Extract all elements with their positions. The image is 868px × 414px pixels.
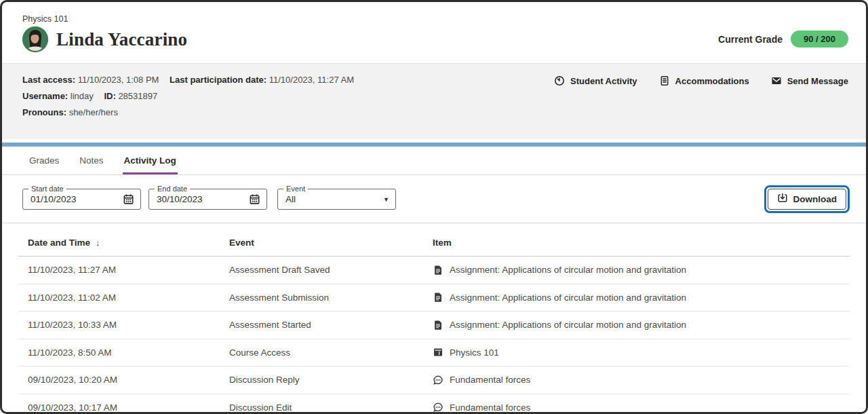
row-datetime: 09/10/2023, 10:17 AM [28, 402, 229, 413]
sort-descending-icon[interactable]: ↓ [96, 238, 100, 248]
username-value: linday [71, 91, 94, 101]
accommodations-label: Accommodations [675, 76, 749, 86]
row-datetime: 09/10/2023, 10:20 AM [28, 375, 229, 385]
end-date-field[interactable]: End date [149, 189, 267, 210]
end-date-input[interactable] [157, 194, 249, 204]
tab-notes[interactable]: Notes [78, 147, 104, 174]
dropdown-caret-icon[interactable]: ▼ [383, 196, 389, 203]
table-row: 09/10/2023, 10:17 AM Discussion Edit Fun… [18, 394, 850, 414]
last-access-value: 11/10/2023, 1:08 PM [78, 75, 159, 85]
table-row: 11/10/2023, 10:33 AM Assessment Started … [18, 312, 850, 339]
student-info-bar: Last access: 11/10/2023, 1:08 PM Last pa… [2, 63, 866, 139]
activity-filter-bar: Start date End date Event ▼ Download [2, 175, 866, 223]
send-message-button[interactable]: Send Message [771, 75, 848, 86]
row-item: Assignment: Applications of circular mot… [450, 320, 686, 330]
row-datetime: 11/10/2023, 11:27 AM [28, 265, 229, 275]
row-event: Discussion Edit [229, 402, 433, 413]
assignment-icon [433, 292, 443, 303]
discussion-icon [433, 375, 443, 385]
table-header-row: Date and Time ↓ Event Item [18, 223, 850, 257]
row-item-cell: Physics 101 [433, 347, 850, 358]
profile-header: Physics 101 Linda Yaccarino Current Grad… [2, 2, 866, 63]
profile-identity: Physics 101 Linda Yaccarino [22, 14, 187, 52]
profile-actions: Student Activity Accommodations Send Mes… [554, 75, 848, 86]
profile-tabs: Grades Notes Activity Log [2, 147, 866, 175]
row-item: Fundamental forces [450, 402, 530, 413]
row-item: Fundamental forces [450, 375, 530, 385]
start-date-input[interactable] [31, 194, 123, 204]
username-label: Username: [22, 91, 68, 101]
student-activity-button[interactable]: Student Activity [554, 75, 637, 86]
activity-log-table: Date and Time ↓ Event Item 11/10/2023, 1… [18, 223, 850, 414]
row-event: Course Access [229, 347, 433, 358]
event-select[interactable]: Event ▼ [277, 189, 396, 210]
student-profile-window: Physics 101 Linda Yaccarino Current Grad… [0, 0, 868, 414]
row-item: Physics 101 [450, 347, 499, 358]
event-select-value[interactable] [285, 194, 383, 204]
last-participation-value: 11/10/2023, 11:27 AM [269, 75, 354, 85]
id-label: ID: [104, 91, 115, 101]
row-datetime: 11/10/2023, 8:50 AM [28, 347, 229, 358]
document-list-icon [659, 75, 670, 86]
course-icon [433, 347, 443, 358]
table-row: 11/10/2023, 11:27 AM Assessment Draft Sa… [18, 257, 850, 284]
send-message-label: Send Message [787, 76, 848, 86]
column-header-date-time[interactable]: Date and Time ↓ [28, 238, 229, 248]
envelope-icon [771, 75, 782, 86]
student-name: Linda Yaccarino [56, 29, 187, 50]
row-event: Assessment Draft Saved [229, 265, 433, 275]
download-button[interactable]: Download [768, 189, 847, 210]
clock-icon [554, 75, 565, 86]
end-date-label: End date [155, 185, 190, 193]
row-item: Assignment: Applications of circular mot… [450, 265, 686, 275]
row-item-cell: Assignment: Applications of circular mot… [433, 265, 850, 276]
assignment-icon [433, 320, 443, 331]
tab-grades[interactable]: Grades [28, 147, 60, 174]
row-event: Assessment Started [229, 320, 433, 330]
date-time-header-label: Date and Time [28, 238, 90, 248]
download-highlight-ring: Download [764, 185, 850, 213]
row-event: Discussion Reply [229, 375, 433, 385]
event-label: Event [283, 185, 308, 193]
row-item-cell: Fundamental forces [433, 375, 850, 385]
calendar-icon[interactable] [249, 193, 260, 205]
row-item: Assignment: Applications of circular mot… [450, 293, 686, 303]
start-date-field[interactable]: Start date [22, 189, 141, 210]
table-row: 11/10/2023, 8:50 AM Course Access Physic… [18, 339, 850, 367]
start-date-label: Start date [28, 185, 66, 193]
course-label: Physics 101 [22, 14, 187, 24]
last-participation-label: Last participation date: [170, 75, 267, 85]
row-event: Assessment Submission [229, 293, 433, 303]
avatar-photo [22, 26, 48, 52]
column-header-event: Event [229, 238, 433, 248]
row-datetime: 11/10/2023, 10:33 AM [28, 320, 229, 330]
discussion-icon [433, 402, 443, 413]
calendar-icon[interactable] [123, 193, 134, 205]
last-access-label: Last access: [22, 75, 75, 85]
row-item-cell: Assignment: Applications of circular mot… [433, 292, 850, 303]
tab-activity-log[interactable]: Activity Log [123, 147, 178, 174]
download-label: Download [793, 194, 837, 204]
table-row: 09/10/2023, 10:20 AM Discussion Reply Fu… [18, 366, 850, 394]
student-metadata: Last access: 11/10/2023, 1:08 PM Last pa… [22, 75, 354, 117]
accommodations-button[interactable]: Accommodations [659, 75, 749, 86]
activity-table-body: 11/10/2023, 11:27 AM Assessment Draft Sa… [18, 257, 850, 414]
row-datetime: 11/10/2023, 11:02 AM [28, 293, 229, 303]
table-row: 11/10/2023, 11:02 AM Assessment Submissi… [18, 284, 850, 312]
current-grade-label: Current Grade [718, 34, 783, 45]
assignment-icon [433, 265, 443, 276]
column-header-item: Item [433, 238, 850, 248]
id-value: 28531897 [118, 91, 157, 101]
avatar [22, 26, 48, 52]
pronouns-value: she/her/hers [69, 107, 118, 117]
row-item-cell: Assignment: Applications of circular mot… [433, 320, 850, 331]
grade-badge[interactable]: 90 / 200 [791, 31, 848, 48]
pronouns-label: Pronouns: [22, 107, 66, 117]
download-icon [777, 193, 788, 206]
grade-summary: Current Grade 90 / 200 [718, 31, 848, 48]
student-activity-label: Student Activity [570, 76, 637, 86]
row-item-cell: Fundamental forces [433, 402, 850, 413]
